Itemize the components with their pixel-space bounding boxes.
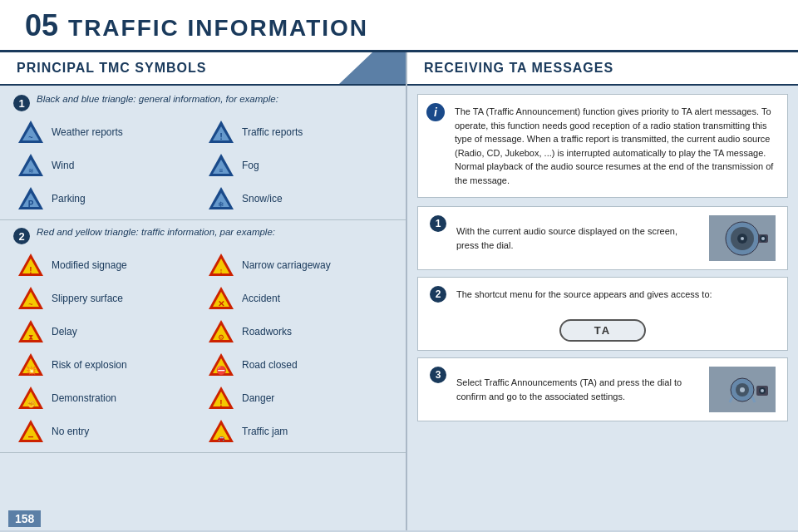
- fog-icon: ≡: [207, 151, 235, 180]
- wind-label: Wind: [52, 160, 74, 171]
- svg-text:⧗: ⧗: [28, 333, 33, 342]
- symbol-no-entry: – No entry: [17, 417, 199, 446]
- parking-label: Parking: [52, 193, 86, 204]
- left-section-header: PRINCIPAL TMC SYMBOLS: [0, 52, 406, 86]
- roadworks-icon: ⚙: [207, 318, 235, 346]
- svg-point-66: [761, 389, 764, 392]
- block2-header: 2 Red and yellow triangle: traffic infor…: [13, 227, 392, 244]
- danger-label: Danger: [242, 392, 274, 404]
- accident-icon: ✕: [207, 284, 235, 313]
- step3-text: Select Traffic Announcements (TA) and pr…: [456, 376, 699, 403]
- svg-text:!: !: [219, 399, 222, 408]
- svg-text:–: –: [28, 431, 34, 442]
- traffic-jam-label: Traffic jam: [242, 426, 288, 437]
- main-layout: PRINCIPAL TMC SYMBOLS 1 Black and blue t…: [0, 52, 798, 530]
- svg-text:~: ~: [28, 133, 32, 141]
- risk-explosion-icon: 💥: [17, 351, 45, 379]
- info-text: The TA (Traffic Announcement) function g…: [455, 105, 776, 187]
- svg-text:≋: ≋: [28, 167, 34, 175]
- svg-text:❄: ❄: [218, 200, 224, 209]
- roadworks-label: Roadworks: [242, 326, 292, 337]
- symbol-snow: ❄ Snow/ice: [207, 185, 389, 213]
- risk-explosion-label: Risk of explosion: [52, 359, 127, 371]
- ta-button[interactable]: TA: [559, 319, 646, 342]
- svg-point-57: [741, 237, 744, 240]
- svg-text:⚙: ⚙: [218, 333, 224, 342]
- block1-header: 1 Black and blue triangle: general infor…: [13, 94, 392, 111]
- road-closed-label: Road closed: [242, 359, 298, 371]
- page-header: 05 TRAFFIC INFORMATION: [0, 0, 798, 52]
- block-1: 1 Black and blue triangle: general infor…: [0, 86, 406, 220]
- svg-text:!: !: [219, 131, 223, 141]
- no-entry-icon: –: [17, 417, 45, 446]
- traffic-reports-label: Traffic reports: [242, 126, 303, 138]
- left-panel: PRINCIPAL TMC SYMBOLS 1 Black and blue t…: [0, 52, 407, 530]
- step1-num: 1: [430, 215, 446, 232]
- page-number: 158: [8, 510, 41, 527]
- step2-text: The shortcut menu for the source appears…: [456, 288, 776, 302]
- step1-text: With the current audio source displayed …: [456, 224, 699, 252]
- svg-point-60: [761, 237, 765, 240]
- accident-label: Accident: [242, 293, 280, 304]
- right-panel: RECEIVING TA MESSAGES i The TA (Traffic …: [407, 52, 798, 530]
- symbol-weather-reports: ~ Weather reports: [17, 118, 199, 146]
- symbol-danger: ! Danger: [207, 384, 389, 412]
- modified-signage-label: Modified signage: [52, 259, 127, 271]
- block1-desc: Black and blue triangle: general informa…: [37, 94, 278, 104]
- symbol-risk-explosion: 💥 Risk of explosion: [17, 351, 199, 379]
- demonstration-icon: ✊: [17, 384, 45, 412]
- weather-reports-icon: ~: [17, 118, 45, 146]
- symbol-narrow-carriageway: ↕ Narrow carriageway: [207, 251, 389, 279]
- narrow-carriageway-label: Narrow carriageway: [242, 259, 331, 271]
- delay-icon: ⧗: [17, 318, 45, 346]
- danger-icon: !: [207, 384, 235, 412]
- symbol-wind: ≋ Wind: [17, 151, 199, 180]
- snow-label: Snow/ice: [242, 193, 283, 204]
- symbol-roadworks: ⚙ Roadworks: [207, 318, 389, 346]
- step3-num: 3: [430, 367, 446, 383]
- fog-label: Fog: [242, 160, 259, 171]
- block1-symbols: ~ Weather reports ! Traffic reports: [13, 118, 392, 213]
- svg-text:↕: ↕: [219, 267, 224, 275]
- symbol-fog: ≡ Fog: [207, 151, 389, 180]
- svg-text:⛔: ⛔: [216, 365, 227, 376]
- no-entry-label: No entry: [52, 426, 89, 437]
- slippery-label: Slippery surface: [52, 293, 123, 304]
- symbol-demonstration: ✊ Demonstration: [17, 384, 199, 412]
- svg-point-63: [740, 387, 745, 392]
- modified-signage-icon: !: [17, 251, 45, 279]
- symbol-modified-signage: ! Modified signage: [17, 251, 199, 279]
- block1-num: 1: [13, 95, 30, 111]
- narrow-carriageway-icon: ↕: [207, 251, 235, 279]
- step3-image: [709, 367, 776, 412]
- chapter-title: TRAFFIC INFORMATION: [68, 15, 368, 42]
- snow-icon: ❄: [207, 185, 235, 213]
- step-3-block: 3 Select Traffic Announcements (TA) and …: [417, 357, 788, 421]
- svg-text:!: !: [29, 266, 32, 275]
- block2-num: 2: [13, 228, 30, 244]
- symbol-accident: ✕ Accident: [207, 284, 389, 313]
- delay-label: Delay: [52, 326, 77, 337]
- svg-text:🚗: 🚗: [217, 433, 225, 441]
- block2-desc: Red and yellow triangle: traffic informa…: [37, 227, 275, 237]
- symbol-slippery: ~ Slippery surface: [17, 284, 199, 313]
- svg-text:P: P: [28, 200, 34, 209]
- slippery-icon: ~: [17, 284, 45, 313]
- block-2: 2 Red and yellow triangle: traffic infor…: [0, 220, 406, 453]
- parking-icon: P: [17, 185, 45, 213]
- block2-symbols: ! Modified signage ↕ Narrow carriagew: [13, 251, 392, 446]
- svg-text:≡: ≡: [219, 167, 224, 175]
- step-2-block: 2 The shortcut menu for the source appea…: [417, 277, 788, 351]
- svg-text:💥: 💥: [26, 365, 37, 376]
- symbol-parking: P Parking: [17, 185, 199, 213]
- wind-icon: ≋: [17, 151, 45, 180]
- left-section-title: PRINCIPAL TMC SYMBOLS: [17, 61, 206, 75]
- demonstration-label: Demonstration: [52, 392, 116, 404]
- right-section-header: RECEIVING TA MESSAGES: [407, 52, 798, 86]
- symbol-traffic-jam: 🚗 Traffic jam: [207, 417, 389, 446]
- step2-num: 2: [430, 286, 446, 303]
- step1-image: [709, 215, 776, 261]
- symbol-road-closed: ⛔ Road closed: [207, 351, 389, 379]
- svg-text:✕: ✕: [218, 299, 224, 308]
- traffic-reports-icon: !: [207, 118, 235, 146]
